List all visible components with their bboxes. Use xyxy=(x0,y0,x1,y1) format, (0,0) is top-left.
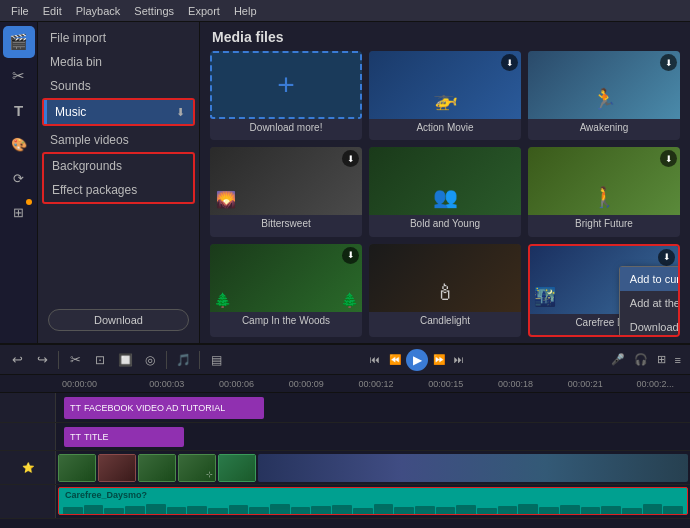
to-end-btn[interactable]: ⏭ xyxy=(450,351,468,369)
tl-separator2 xyxy=(166,351,167,369)
add-more-card[interactable]: + Download more! xyxy=(210,51,362,140)
bright-future-card[interactable]: 🚶 ⬇ Bright Future xyxy=(528,147,680,236)
timeline-tracks: TT FACEBOOK VIDEO AD TUTORIAL TT TITLE ⭐ xyxy=(0,393,690,528)
bold-young-thumb: 👥 xyxy=(369,147,521,215)
context-menu-item-download-category[interactable]: Download this category xyxy=(620,315,680,337)
to-start-btn[interactable]: ⏮ xyxy=(366,351,384,369)
crop-btn[interactable]: ⊡ xyxy=(89,349,111,371)
grid-btn[interactable]: ⊞ xyxy=(3,196,35,228)
timeline-toolbar: ↩ ↪ ✂ ⊡ 🔲 ◎ 🎵 ▤ ⏮ ⏪ ▶ ⏩ ⏭ 🎤 🎧 ⊞ ≡ xyxy=(0,345,690,375)
icon-sidebar: 🎬 ✂ T 🎨 ⟳ ⊞ xyxy=(0,22,38,343)
download-button[interactable]: Download xyxy=(48,309,189,331)
timecode-9: 00:00:09 xyxy=(271,379,341,389)
audio-track-content: Carefree_Daysmo? xyxy=(56,485,690,518)
track-content-2: TT TITLE xyxy=(56,423,690,450)
color-btn[interactable]: ◎ xyxy=(139,349,161,371)
music-download-icon[interactable]: ⬇ xyxy=(176,106,185,119)
context-menu: Add to current position Add at the begin… xyxy=(619,266,680,337)
action-movie-thumb: 🚁 ⬇ xyxy=(369,51,521,119)
bittersweet-thumb: 🌄 ⬇ xyxy=(210,147,362,215)
carefree-card[interactable]: 🌃 ⬇ Carefree D... Add to current positio… xyxy=(528,244,680,337)
action-movie-label: Action Movie xyxy=(369,119,521,136)
timecodes-row: 00:00:00 00:00:03 00:00:06 00:00:09 00:0… xyxy=(0,375,690,393)
bright-future-label: Bright Future xyxy=(528,215,680,232)
nav-item-sample-videos[interactable]: Sample videos xyxy=(38,128,199,152)
play-btn[interactable]: ▶ xyxy=(406,349,428,371)
track-label-2 xyxy=(0,423,56,450)
audio-btn[interactable]: 🎵 xyxy=(172,349,194,371)
candlelight-card[interactable]: 🕯 Candlelight xyxy=(369,244,521,337)
vid-clip-4[interactable]: ⊹ xyxy=(178,454,216,482)
audio-clip-label: Carefree_Daysmo? xyxy=(65,490,147,500)
rewind-btn[interactable]: ⏪ xyxy=(386,351,404,369)
download-badge[interactable]: ⬇ xyxy=(658,249,675,266)
menubar: File Edit Playback Settings Export Help xyxy=(0,0,690,22)
nav-item-sounds[interactable]: Sounds xyxy=(38,74,199,98)
menubar-item-file[interactable]: File xyxy=(4,3,36,19)
undo-btn[interactable]: ↩ xyxy=(6,349,28,371)
cut-tl-btn[interactable]: ✂ xyxy=(64,349,86,371)
download-badge[interactable]: ⬇ xyxy=(342,247,359,264)
camp-woods-card[interactable]: 🌲 🌲 ⬇ Camp In the Woods xyxy=(210,244,362,337)
filter-btn[interactable]: 🎨 xyxy=(3,128,35,160)
nav-item-music-outlined: Music ⬇ xyxy=(42,98,195,126)
menubar-item-export[interactable]: Export xyxy=(181,3,227,19)
vid-clip-extra[interactable] xyxy=(258,454,688,482)
timeline-area: ↩ ↪ ✂ ⊡ 🔲 ◎ 🎵 ▤ ⏮ ⏪ ▶ ⏩ ⏭ 🎤 🎧 ⊞ ≡ 00:00:… xyxy=(0,343,690,528)
nav-item-music[interactable]: Music ⬇ xyxy=(44,100,193,124)
menubar-item-edit[interactable]: Edit xyxy=(36,3,69,19)
download-badge[interactable]: ⬇ xyxy=(660,150,677,167)
cut-btn[interactable]: ✂ xyxy=(3,60,35,92)
layout-btn[interactable]: ▤ xyxy=(205,349,227,371)
vid-clip-5[interactable] xyxy=(218,454,256,482)
transition-btn[interactable]: ⟳ xyxy=(3,162,35,194)
awakening-card[interactable]: 🏃 ⬇ Awakening xyxy=(528,51,680,140)
nav-backgrounds-effects-outlined: Backgrounds Effect packages xyxy=(42,152,195,204)
menubar-item-help[interactable]: Help xyxy=(227,3,264,19)
action-movie-card[interactable]: 🚁 ⬇ Action Movie xyxy=(369,51,521,140)
video-track-content: ⊹ xyxy=(56,451,690,484)
mic-btn[interactable]: 🎤 xyxy=(608,353,628,366)
text-track-clip-1[interactable]: TT FACEBOOK VIDEO AD TUTORIAL xyxy=(64,397,264,419)
text-track-1-row: TT FACEBOOK VIDEO AD TUTORIAL xyxy=(0,393,690,423)
music-label: Music xyxy=(55,105,86,119)
context-menu-item-add-current[interactable]: Add to current position xyxy=(620,267,680,291)
timecode-0: 00:00:00 xyxy=(58,379,132,389)
camp-woods-thumb: 🌲 🌲 ⬇ xyxy=(210,244,362,312)
download-badge[interactable]: ⬇ xyxy=(660,54,677,71)
bold-young-label: Bold and Young xyxy=(369,215,521,232)
bold-young-card[interactable]: 👥 Bold and Young xyxy=(369,147,521,236)
text-btn[interactable]: T xyxy=(3,94,35,126)
add-thumb: + xyxy=(210,51,362,119)
text-track-clip-2[interactable]: TT TITLE xyxy=(64,427,184,447)
drag-indicator: ⊹ xyxy=(206,470,213,479)
redo-btn[interactable]: ↪ xyxy=(31,349,53,371)
nav-item-effect-packages[interactable]: Effect packages xyxy=(44,178,193,202)
download-badge[interactable]: ⬇ xyxy=(501,54,518,71)
vid-clip-1[interactable] xyxy=(58,454,96,482)
nav-item-file-import[interactable]: File import xyxy=(38,26,199,50)
headphones-btn[interactable]: 🎧 xyxy=(631,353,651,366)
track-content-1: TT FACEBOOK VIDEO AD TUTORIAL xyxy=(56,393,690,422)
video-track-row: ⭐ ⊹ xyxy=(0,451,690,485)
nav-item-media-bin[interactable]: Media bin xyxy=(38,50,199,74)
timecode-3: 00:00:03 xyxy=(132,379,202,389)
menubar-item-playback[interactable]: Playback xyxy=(69,3,128,19)
bittersweet-card[interactable]: 🌄 ⬇ Bittersweet xyxy=(210,147,362,236)
nav-item-backgrounds[interactable]: Backgrounds xyxy=(44,154,193,178)
bright-future-thumb: 🚶 ⬇ xyxy=(528,147,680,215)
settings-tl-btn[interactable]: ≡ xyxy=(672,354,684,366)
notification-dot xyxy=(26,199,32,205)
tracks-icon[interactable]: ⊞ xyxy=(654,353,669,366)
download-badge[interactable]: ⬇ xyxy=(342,150,359,167)
context-menu-item-add-beginning[interactable]: Add at the beginning xyxy=(620,291,680,315)
menubar-item-settings[interactable]: Settings xyxy=(127,3,181,19)
timecode-end: 00:00:2... xyxy=(620,379,690,389)
ff-btn[interactable]: ⏩ xyxy=(430,351,448,369)
awakening-label: Awakening xyxy=(528,119,680,136)
vid-clip-3[interactable] xyxy=(138,454,176,482)
media-btn[interactable]: 🎬 xyxy=(3,26,35,58)
audio-clip[interactable]: Carefree_Daysmo? xyxy=(58,487,688,515)
vid-clip-2[interactable] xyxy=(98,454,136,482)
transform-btn[interactable]: 🔲 xyxy=(114,349,136,371)
